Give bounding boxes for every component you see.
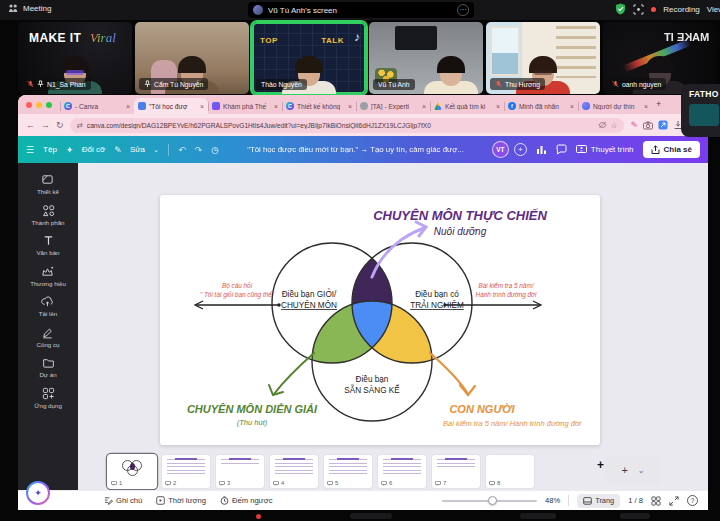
tab-close-icon[interactable]: × (496, 103, 500, 110)
dock-item (350, 513, 392, 519)
collapse-thumbnails-icon[interactable]: ⌄ (638, 466, 645, 475)
participant-tile[interactable]: Vũ Tú Anh (369, 22, 483, 94)
slide-thumbnail-7[interactable]: 7 (432, 455, 480, 488)
more-options-icon[interactable]: ⋯ (457, 4, 469, 16)
minimize-window-icon[interactable] (36, 102, 42, 108)
slide-thumbnail-5[interactable]: 5 (324, 455, 372, 488)
focus-scan-icon[interactable] (633, 4, 644, 15)
present-button[interactable]: Thuyết trình (576, 145, 634, 155)
insights-chart-icon[interactable] (536, 144, 547, 155)
add-page-icon[interactable]: + (621, 464, 627, 476)
undo-icon[interactable]: ↶ (178, 145, 186, 155)
slide-thumbnail-6[interactable]: 6 (378, 455, 426, 488)
forward-icon[interactable]: → (41, 120, 50, 130)
slide-page[interactable]: CHUYÊN MÔN THỰC CHIẾN Nuôi dưỡng Điều bạ… (160, 195, 600, 445)
tab-canva-home[interactable]: C - Canva× (60, 98, 134, 114)
drag-insert-plus-icon[interactable]: + (597, 458, 604, 472)
extension-pencil-icon[interactable]: ✎ (630, 120, 638, 130)
extension-camera-icon[interactable] (643, 121, 653, 130)
canva-toolbar: ☰ Tệp ✦ Đổi cỡ ✎ Sửa ⌄ ↶ ↷ ◷ "Tôi học đư… (18, 136, 708, 163)
browser-window: C - Canva× "Tôi học đượ× Khám phá Thế× C… (18, 95, 708, 510)
rail-item-uploads[interactable]: Tải lên (39, 295, 58, 317)
page-view-icon (583, 497, 592, 505)
dock-recording-dot (256, 514, 261, 519)
back-icon[interactable]: ← (26, 120, 35, 130)
canva-assistant-button[interactable]: ✦ (26, 481, 50, 505)
tab-active-design[interactable]: "Tôi học đượ× (134, 98, 208, 114)
tab-ta-expert[interactable]: [TA] - Experti× (356, 98, 430, 114)
rail-item-projects[interactable]: Dự án (39, 356, 56, 378)
tab-kham-pha[interactable]: Khám phá Thế× (208, 98, 282, 114)
speaker-notes-icon (273, 481, 279, 486)
slide-thumbnail-8[interactable]: 8 (486, 455, 534, 488)
canvas-area: CHUYÊN MÔN THỰC CHIẾN Nuôi dưỡng Điều bạ… (78, 163, 708, 490)
notes-button[interactable]: Ghi chú (104, 496, 142, 505)
resize-button[interactable]: ✦ Đổi cỡ (66, 145, 105, 155)
assistant-sparkle-icon: ✦ (28, 483, 49, 504)
new-tab-button[interactable]: + (656, 99, 661, 109)
close-window-icon[interactable] (26, 102, 32, 108)
redo-icon[interactable]: ↷ (195, 145, 203, 155)
shared-screen-label: Vũ Tú Anh's screen (268, 6, 337, 15)
shared-screen-pill[interactable]: Vũ Tú Anh's screen ⋯ (248, 2, 474, 18)
rail-item-apps[interactable]: Ứng dụng (34, 387, 62, 409)
tab-messenger[interactable]: Người dự thín× (578, 98, 652, 114)
tab-close-icon[interactable]: × (274, 103, 278, 110)
tab-close-icon[interactable]: × (126, 103, 130, 110)
add-page-control[interactable]: + ⌄ (605, 455, 661, 485)
reload-icon[interactable]: ↻ (56, 120, 64, 130)
zoom-slider-knob[interactable] (488, 496, 497, 505)
bookmark-star-icon[interactable]: ☆ (611, 121, 618, 130)
tab-close-icon[interactable]: × (200, 103, 204, 110)
speaker-notes-icon (381, 481, 387, 486)
rail-item-tools[interactable]: Công cụ (36, 326, 59, 348)
add-collaborator-icon[interactable]: + (514, 143, 527, 156)
comments-icon[interactable] (556, 144, 567, 155)
url-text[interactable]: canva.com/design/DAG12BPEYvE/h62PGRALSPo… (87, 122, 594, 129)
edit-menu[interactable]: ✎ Sửa ⌄ (114, 145, 159, 155)
page-view-toggle[interactable]: Trang (577, 494, 620, 508)
tab-thiet-ke[interactable]: C Thiết kế không× (282, 98, 356, 114)
menu-icon[interactable]: ☰ (26, 145, 34, 155)
toolbar-divider (168, 144, 169, 156)
view-menu[interactable]: View (707, 5, 720, 14)
slide-thumbnail-3[interactable]: 3 (216, 455, 264, 488)
tab-close-icon[interactable]: × (644, 103, 648, 110)
share-button[interactable]: Chia sẻ (643, 141, 700, 158)
duration-button[interactable]: Thời lượng (156, 496, 206, 505)
extension-blue-icon[interactable] (658, 120, 668, 130)
help-icon[interactable]: ? (687, 495, 698, 506)
slide-thumbnail-2[interactable]: 2 (162, 455, 210, 488)
security-shield-icon[interactable] (615, 3, 626, 15)
slide-thumbnail-4[interactable]: 4 (270, 455, 318, 488)
eye-hidden-icon[interactable] (598, 121, 607, 129)
rail-item-design[interactable]: Thiết kế (37, 173, 59, 195)
rail-item-brand[interactable]: Thương hiệu (30, 265, 66, 287)
user-avatar[interactable]: VT (492, 141, 509, 158)
slide-thumbnail-1[interactable]: 1 (108, 455, 156, 488)
site-info-icon[interactable]: ⇄ (77, 121, 83, 130)
zoom-slider[interactable] (442, 500, 537, 502)
fullscreen-icon[interactable] (669, 496, 679, 506)
design-title[interactable]: "Tôi học được điều mới từ bạn." → Tạo uy… (228, 145, 483, 154)
pin-icon (144, 80, 151, 88)
tab-close-icon[interactable]: × (422, 103, 426, 110)
window-controls[interactable] (26, 102, 52, 108)
tab-drive-search[interactable]: Kết quả tìm ki× (430, 98, 504, 114)
maximize-window-icon[interactable] (46, 102, 52, 108)
tab-facebook[interactable]: f Minh đã nhắn× (504, 98, 578, 114)
participant-tile[interactable]: MAKE IT Viral N1_Sa Phan (18, 22, 132, 94)
timer-icon[interactable]: ◷ (211, 145, 219, 155)
file-menu[interactable]: Tệp (43, 145, 57, 154)
tab-close-icon[interactable]: × (570, 103, 574, 110)
address-bar[interactable]: ⇄ canva.com/design/DAG12BPEYvE/h62PGRALS… (70, 118, 625, 133)
rail-item-elements[interactable]: Thành phần (31, 204, 64, 226)
fathom-overlay[interactable]: FATHO (681, 84, 720, 137)
tab-close-icon[interactable]: × (348, 103, 352, 110)
participant-tile[interactable]: Thu Hương (486, 22, 600, 94)
countdown-button[interactable]: Đếm ngược (220, 496, 272, 505)
rail-item-text[interactable]: Văn bản (36, 234, 59, 256)
grid-view-icon[interactable] (651, 496, 661, 506)
participant-tile-active-speaker[interactable]: TOP TALK ♪ Thảo Nguyên (252, 22, 366, 94)
participant-tile[interactable]: Cẩm Tú Nguyễn (135, 22, 249, 94)
